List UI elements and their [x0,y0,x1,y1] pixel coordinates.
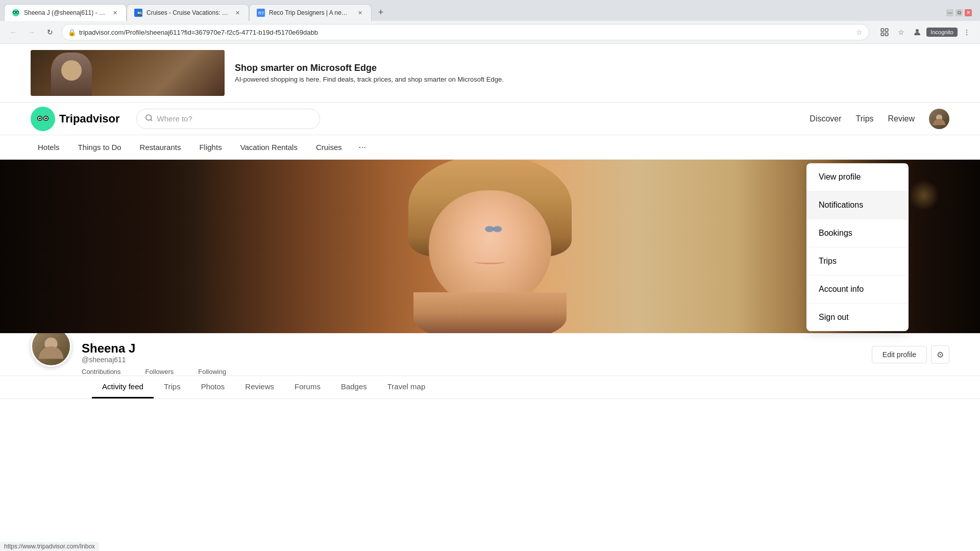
profile-tabs: Activity feed Trips Photos Reviews Forum… [0,376,980,399]
profile-icon[interactable] [910,25,924,39]
status-bar: https://www.tripadvisor.com/Inbox [0,542,99,551]
svg-point-13 [916,29,919,32]
window-close[interactable]: ✕ [965,9,972,16]
dropdown-menu: View profile Notifications Bookings Trip… [806,163,909,331]
tab-title-2: Cruises - Cruise Vacations: 2023... [146,9,229,16]
logo-text: Tripadvisor [59,112,120,126]
svg-point-21 [39,117,40,118]
reload-button[interactable]: ↻ [43,25,57,39]
tab-bar: Sheena J (@sheenaj611) - Profil... ✕ 🚢 C… [0,0,980,21]
ad-text: Shop smarter on Microsoft Edge AI-powere… [235,63,504,83]
tab-favicon-3: RT [257,9,265,17]
svg-rect-12 [886,33,888,36]
nav-links: Discover Trips Review [810,109,949,129]
user-avatar[interactable] [929,109,949,129]
stat-contributions: Contributions [82,368,121,375]
svg-text:🚢: 🚢 [136,10,142,16]
tab-close-3[interactable]: ✕ [356,9,364,17]
nav-things-to-do[interactable]: Things to Do [71,141,129,154]
svg-text:RT: RT [258,11,264,16]
svg-rect-11 [881,33,884,36]
url-text: tripadvisor.com/Profile/sheenaj611?fid=3… [79,29,853,36]
dropdown-notifications[interactable]: Notifications [806,191,909,219]
search-input[interactable]: Where to? [157,114,192,123]
nav-cruises[interactable]: Cruises [309,141,349,154]
main-nav: Tripadvisor Where to? Discover Trips Rev… [0,103,980,135]
secondary-nav: Hotels Things to Do Restaurants Flights … [0,135,980,160]
profile-handle: @sheenaj611 [82,356,862,364]
svg-point-23 [146,115,152,120]
window-minimize[interactable]: — [946,9,953,16]
discover-link[interactable]: Discover [810,114,841,123]
profile-info: Sheena J @sheenaj611 Contributions Follo… [82,341,862,375]
tab-title-1: Sheena J (@sheenaj611) - Profil... [24,9,107,16]
profile-actions: Edit profile ⚙ [872,345,949,364]
stat-followers-label: Followers [145,368,174,375]
tab-photos[interactable]: Photos [191,376,235,398]
dropdown-trips[interactable]: Trips [806,247,909,276]
svg-rect-10 [886,29,888,31]
tab-close-1[interactable]: ✕ [111,9,119,17]
stat-followers: Followers [145,368,174,375]
tab-activity-feed[interactable]: Activity feed [92,376,154,398]
profile-stats: Contributions Followers Following [82,368,862,375]
browser-tab-2[interactable]: 🚢 Cruises - Cruise Vacations: 2023... ✕ [127,4,249,21]
stat-following-label: Following [198,368,226,375]
nav-flights[interactable]: Flights [192,141,229,154]
secure-icon: 🔒 [68,29,76,36]
tab-close-2[interactable]: ✕ [233,9,241,17]
menu-icon[interactable]: ⋮ [960,25,974,39]
more-button[interactable]: ··· [353,138,372,157]
tripadvisor-logo[interactable]: Tripadvisor [31,107,120,131]
profile-section: Sheena J @sheenaj611 Contributions Follo… [0,333,980,376]
new-tab-button[interactable]: + [374,6,388,20]
svg-point-4 [17,12,18,13]
tab-favicon-2: 🚢 [134,9,142,17]
search-bar[interactable]: Where to? [136,109,320,129]
forward-button[interactable]: → [24,25,39,39]
browser-tab-3[interactable]: RT Reco Trip Designers | A new kind... ✕ [249,4,372,21]
settings-button[interactable]: ⚙ [931,345,949,364]
back-button[interactable]: ← [6,25,20,39]
ad-title: Shop smarter on Microsoft Edge [235,63,504,73]
dropdown-view-profile[interactable]: View profile [806,163,909,191]
nav-hotels[interactable]: Hotels [31,141,67,154]
edit-profile-button[interactable]: Edit profile [872,346,927,363]
svg-point-3 [14,12,15,13]
ad-banner: Shop smarter on Microsoft Edge AI-powere… [0,44,980,103]
profile-name: Sheena J [82,341,862,356]
logo-icon [31,107,55,131]
dropdown-bookings[interactable]: Bookings [806,219,909,247]
nav-restaurants[interactable]: Restaurants [133,141,188,154]
tab-title-3: Reco Trip Designers | A new kind... [269,9,352,16]
window-restore[interactable]: ⧉ [955,9,963,16]
svg-rect-9 [881,29,884,31]
svg-point-22 [45,117,46,118]
ad-image [31,50,225,96]
trips-link[interactable]: Trips [856,114,874,123]
browser-chrome: Sheena J (@sheenaj611) - Profil... ✕ 🚢 C… [0,0,980,44]
extensions-icon[interactable] [877,25,892,39]
tab-favicon-1 [12,9,20,17]
tab-forums[interactable]: Forums [284,376,331,398]
tab-travel-map[interactable]: Travel map [377,376,435,398]
search-icon [145,114,153,124]
address-bar[interactable]: 🔒 tripadvisor.com/Profile/sheenaj611?fid… [61,24,869,40]
stat-contributions-label: Contributions [82,368,121,375]
tab-badges[interactable]: Badges [331,376,377,398]
browser-actions: ☆ Incognito ⋮ [877,25,974,39]
status-url: https://www.tripadvisor.com/Inbox [4,543,95,550]
address-bar-row: ← → ↻ 🔒 tripadvisor.com/Profile/sheenaj6… [0,21,980,43]
bookmark-icon[interactable]: ☆ [894,25,908,39]
dropdown-sign-out[interactable]: Sign out [806,304,909,331]
dropdown-account-info[interactable]: Account info [806,276,909,304]
review-link[interactable]: Review [888,114,915,123]
browser-tab-1[interactable]: Sheena J (@sheenaj611) - Profil... ✕ [4,4,127,21]
star-icon[interactable]: ☆ [856,28,863,36]
tab-trips[interactable]: Trips [154,376,191,398]
tab-reviews[interactable]: Reviews [235,376,284,398]
stat-following: Following [198,368,226,375]
ad-description: AI-powered shopping is here. Find deals,… [235,76,504,83]
incognito-badge: Incognito [926,28,958,37]
nav-vacation-rentals[interactable]: Vacation Rentals [233,141,305,154]
